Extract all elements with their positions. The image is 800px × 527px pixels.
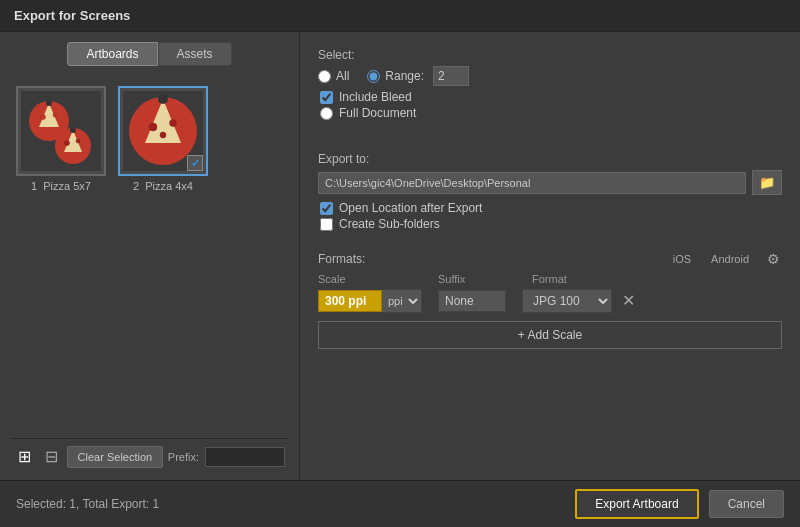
open-location-label[interactable]: Open Location after Export xyxy=(339,201,482,215)
settings-gear-button[interactable]: ⚙ xyxy=(765,249,782,269)
include-bleed-row: Include Bleed xyxy=(320,90,782,104)
scale-unit-dropdown[interactable]: ppi x xyxy=(382,289,422,313)
android-button[interactable]: Android xyxy=(707,251,753,267)
create-subfolders-checkbox[interactable] xyxy=(320,218,333,231)
svg-point-4 xyxy=(41,115,46,120)
view-icons: ⊞ ⊟ xyxy=(14,445,62,468)
full-document-radio[interactable] xyxy=(320,107,333,120)
status-text: Selected: 1, Total Export: 1 xyxy=(16,497,159,511)
left-panel: Artboards Assets xyxy=(0,32,300,480)
radio-all-input[interactable] xyxy=(318,70,331,83)
grid-view-button[interactable]: ⊞ xyxy=(14,445,35,468)
select-section: Select: All Range: Include Bleed xyxy=(318,48,782,122)
clear-selection-button[interactable]: Clear Selection xyxy=(67,446,164,468)
svg-point-14 xyxy=(158,94,168,104)
prefix-area: Prefix: xyxy=(168,447,285,467)
dialog: Export for Screens Artboards Assets xyxy=(0,0,800,527)
ios-button[interactable]: iOS xyxy=(669,251,695,267)
include-bleed-checkbox[interactable] xyxy=(320,91,333,104)
artboard-label-2: 2 Pizza 4x4 xyxy=(133,180,193,192)
artboard-thumb-2: ✓ xyxy=(118,86,208,176)
left-bottom: ⊞ ⊟ Clear Selection Prefix: xyxy=(10,438,289,470)
format-entry-row: ppi x JPG 100 PNG SVG PDF ✕ xyxy=(318,289,782,313)
scale-input[interactable] xyxy=(318,290,382,312)
formats-section: Formats: iOS Android ⚙ Scale Suffix Form… xyxy=(318,243,782,349)
radio-range[interactable]: Range: xyxy=(367,66,469,86)
platform-btns: iOS Android ⚙ xyxy=(669,249,782,269)
formats-label: Formats: xyxy=(318,252,365,266)
artboard-item-1[interactable]: 1 Pizza 5x7 xyxy=(16,86,106,192)
dialog-body: Artboards Assets xyxy=(0,32,800,480)
export-path-row: 📁 xyxy=(318,170,782,195)
scale-header: Scale xyxy=(318,273,418,285)
artboard-grid: 1 Pizza 5x7 ✓ xyxy=(10,80,289,432)
remove-format-button[interactable]: ✕ xyxy=(620,293,637,309)
format-select[interactable]: JPG 100 PNG SVG PDF xyxy=(522,289,612,313)
prefix-input[interactable] xyxy=(205,447,285,467)
format-header: Format xyxy=(532,273,622,285)
svg-point-15 xyxy=(149,123,157,131)
cancel-button[interactable]: Cancel xyxy=(709,490,784,518)
scale-select-wrap: ppi x xyxy=(318,289,422,313)
open-location-row: Open Location after Export xyxy=(320,201,782,215)
artboard-thumb-1 xyxy=(16,86,106,176)
svg-point-16 xyxy=(170,120,177,127)
bottom-bar: Selected: 1, Total Export: 1 Export Artb… xyxy=(0,480,800,527)
include-bleed-label[interactable]: Include Bleed xyxy=(339,90,412,104)
artboard-item-2[interactable]: ✓ 2 Pizza 4x4 xyxy=(118,86,208,192)
dialog-title: Export for Screens xyxy=(14,8,130,23)
svg-point-17 xyxy=(160,132,166,138)
radio-group: All Range: xyxy=(318,66,782,86)
tab-artboards[interactable]: Artboards xyxy=(67,42,157,66)
select-label: Select: xyxy=(318,48,782,62)
create-subfolders-label[interactable]: Create Sub-folders xyxy=(339,217,440,231)
radio-range-input[interactable] xyxy=(367,70,380,83)
export-to-label: Export to: xyxy=(318,152,782,166)
suffix-input[interactable] xyxy=(438,290,506,312)
create-subfolders-row: Create Sub-folders xyxy=(320,217,782,231)
svg-point-9 xyxy=(65,141,70,146)
export-to-section: Export to: 📁 Open Location after Export … xyxy=(318,152,782,233)
add-scale-button[interactable]: + Add Scale xyxy=(318,321,782,349)
title-bar: Export for Screens xyxy=(0,0,800,32)
open-location-checkbox[interactable] xyxy=(320,202,333,215)
svg-point-8 xyxy=(70,127,76,133)
selected-checkmark: ✓ xyxy=(187,155,203,171)
svg-point-3 xyxy=(46,100,52,106)
formats-row: Formats: iOS Android ⚙ xyxy=(318,249,782,269)
add-scale-row: + Add Scale xyxy=(318,321,782,349)
export-artboard-button[interactable]: Export Artboard xyxy=(575,489,698,519)
radio-all[interactable]: All xyxy=(318,69,349,83)
format-column-headers: Scale Suffix Format xyxy=(318,273,782,285)
prefix-label: Prefix: xyxy=(168,451,199,463)
tab-assets[interactable]: Assets xyxy=(158,42,232,66)
right-panel: Select: All Range: Include Bleed xyxy=(300,32,800,480)
artboard-label-1: 1 Pizza 5x7 xyxy=(31,180,91,192)
suffix-header: Suffix xyxy=(438,273,508,285)
tab-row: Artboards Assets xyxy=(10,42,289,66)
range-value-input[interactable] xyxy=(433,66,469,86)
folder-browse-button[interactable]: 📁 xyxy=(752,170,782,195)
full-document-row: Full Document xyxy=(320,106,782,120)
svg-point-5 xyxy=(53,113,57,117)
list-view-button[interactable]: ⊟ xyxy=(41,445,62,468)
export-path-input[interactable] xyxy=(318,172,746,194)
svg-point-10 xyxy=(76,139,80,143)
bottom-buttons: Export Artboard Cancel xyxy=(575,489,784,519)
full-document-label[interactable]: Full Document xyxy=(339,106,416,120)
